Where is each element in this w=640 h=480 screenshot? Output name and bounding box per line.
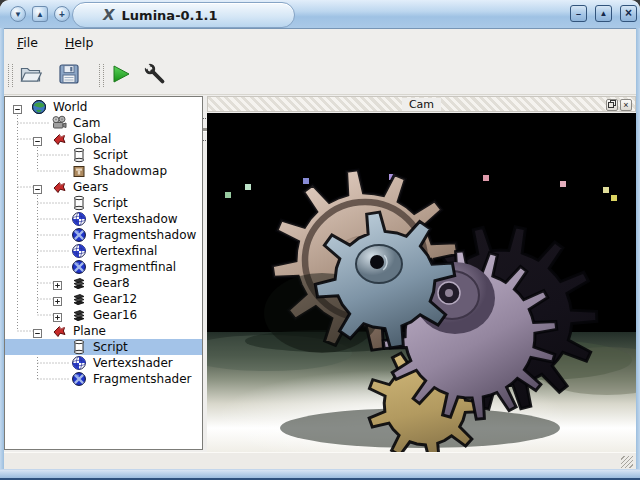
tree-item-label: Fragmentshadow: [93, 227, 196, 243]
sticky-button[interactable]: +: [54, 6, 70, 22]
tree-item-label: Script: [93, 339, 128, 355]
window-frame-left: [0, 28, 4, 469]
titlebar[interactable]: ▼ ▲ + X Lumina-0.1.1 – ▲ ×: [0, 0, 640, 29]
tree-item-label: Shadowmap: [93, 163, 167, 179]
tree-item-label: Gears: [73, 179, 108, 195]
window-title: Lumina-0.1.1: [122, 8, 218, 23]
script-icon: [71, 195, 87, 211]
menubar: FileHelp: [4, 29, 636, 56]
script-icon: [71, 339, 87, 355]
vertex-icon: [71, 355, 87, 371]
dock-title: Cam: [402, 98, 441, 111]
tree-item-fragmentfinal[interactable]: Fragmentfinal: [5, 259, 202, 275]
tree-item-vertexfinal[interactable]: Vertexfinal: [5, 243, 202, 259]
tree-expander-plus[interactable]: [53, 278, 62, 287]
tree-item-fragmentshader[interactable]: Fragmentshader: [5, 371, 202, 387]
vertex-icon: [71, 243, 87, 259]
tree-item-label: Script: [93, 195, 128, 211]
window-frame-bottom: [0, 469, 640, 480]
globe-icon: [31, 99, 47, 115]
wrench-icon: [143, 62, 167, 86]
play-button[interactable]: [107, 61, 135, 89]
tree-item-label: Fragmentfinal: [93, 259, 176, 275]
tree-expander-minus[interactable]: [33, 326, 42, 335]
tree-item-label: Gear8: [93, 275, 130, 291]
tree-item-script[interactable]: Script: [5, 195, 202, 211]
texture-icon: [71, 163, 87, 179]
dock-restore-button[interactable]: [606, 99, 618, 111]
fragment-icon: [71, 259, 87, 275]
open-button[interactable]: [17, 61, 45, 89]
fragment-icon: [71, 227, 87, 243]
tree-item-global[interactable]: Global: [5, 131, 202, 147]
script-icon: [71, 147, 87, 163]
tree-item-gear16[interactable]: Gear16: [5, 307, 202, 323]
tree-expander-plus[interactable]: [53, 310, 62, 319]
tree-item-world[interactable]: World: [5, 99, 202, 115]
object-icon: [51, 323, 67, 339]
tree-expander-minus[interactable]: [33, 182, 42, 191]
tree-item-shadowmap[interactable]: Shadowmap: [5, 163, 202, 179]
statusbar: [4, 452, 636, 469]
tree-item-label: Global: [73, 131, 111, 147]
tree-item-vertexshadow[interactable]: Vertexshadow: [5, 211, 202, 227]
toolbar-drag-handle[interactable]: [8, 64, 13, 87]
gears-render: [207, 113, 636, 452]
tree-item-label: World: [53, 99, 87, 115]
tree-item-label: Vertexfinal: [93, 243, 157, 259]
x11-logo-icon: X: [101, 6, 116, 24]
restore-icon: [608, 100, 616, 108]
layers-icon: [71, 291, 87, 307]
menu-item-help[interactable]: Help: [65, 35, 94, 50]
scene-tree: WorldCamGlobalScriptShadowmapGearsScript…: [4, 96, 203, 450]
tree-expander-minus[interactable]: [33, 134, 42, 143]
tree-item-vertexshader[interactable]: Vertexshader: [5, 355, 202, 371]
object-icon: [51, 131, 67, 147]
tree-expander-plus[interactable]: [53, 294, 62, 303]
window-frame-right: [636, 28, 640, 469]
tree-item-script[interactable]: Script: [5, 147, 202, 163]
shade-button[interactable]: ▲: [32, 6, 48, 22]
toolbar-drag-handle[interactable]: [99, 64, 104, 87]
tree-item-label: Fragmentshader: [93, 371, 191, 387]
vertex-icon: [71, 211, 87, 227]
tree-item-script[interactable]: Script: [5, 339, 202, 355]
tree-item-gear8[interactable]: Gear8: [5, 275, 202, 291]
tree-item-label: Plane: [73, 323, 106, 339]
play-icon: [109, 62, 133, 86]
tree-item-label: Script: [93, 147, 128, 163]
title-capsule: X Lumina-0.1.1: [72, 2, 295, 28]
close-button[interactable]: ×: [620, 5, 637, 22]
tree-item-gear12[interactable]: Gear12: [5, 291, 202, 307]
layers-icon: [71, 275, 87, 291]
window-menu-button[interactable]: ▼: [10, 6, 26, 22]
maximize-button[interactable]: ▲: [595, 5, 612, 22]
save-floppy-icon: [57, 62, 81, 86]
tree-item-label: Gear12: [93, 291, 137, 307]
menu-item-file[interactable]: File: [17, 35, 38, 50]
dock-close-button[interactable]: ×: [620, 99, 632, 111]
tree-item-cam[interactable]: Cam: [5, 115, 202, 131]
tree-item-label: Cam: [73, 115, 100, 131]
tree-item-label: Vertexshadow: [93, 211, 178, 227]
object-icon: [51, 179, 67, 195]
fragment-icon: [71, 371, 87, 387]
tree-item-plane[interactable]: Plane: [5, 323, 202, 339]
camera-icon: [51, 115, 67, 131]
app-window: ▼ ▲ + X Lumina-0.1.1 – ▲ × FileHelp: [0, 0, 640, 480]
tree-item-label: Gear16: [93, 307, 137, 323]
dock-titlebar-cam[interactable]: Cam ×: [207, 96, 636, 112]
tree-item-fragmentshadow[interactable]: Fragmentshadow: [5, 227, 202, 243]
viewport-3d[interactable]: [207, 113, 636, 452]
open-folder-icon: [19, 62, 43, 86]
toolbar: [4, 56, 636, 95]
minimize-button[interactable]: –: [570, 5, 587, 22]
settings-button[interactable]: [141, 61, 169, 89]
resize-grip[interactable]: [621, 456, 633, 468]
layers-icon: [71, 307, 87, 323]
tree-item-gears[interactable]: Gears: [5, 179, 202, 195]
save-button[interactable]: [55, 61, 83, 89]
tree-expander-minus[interactable]: [13, 102, 22, 111]
tree-item-label: Vertexshader: [93, 355, 173, 371]
